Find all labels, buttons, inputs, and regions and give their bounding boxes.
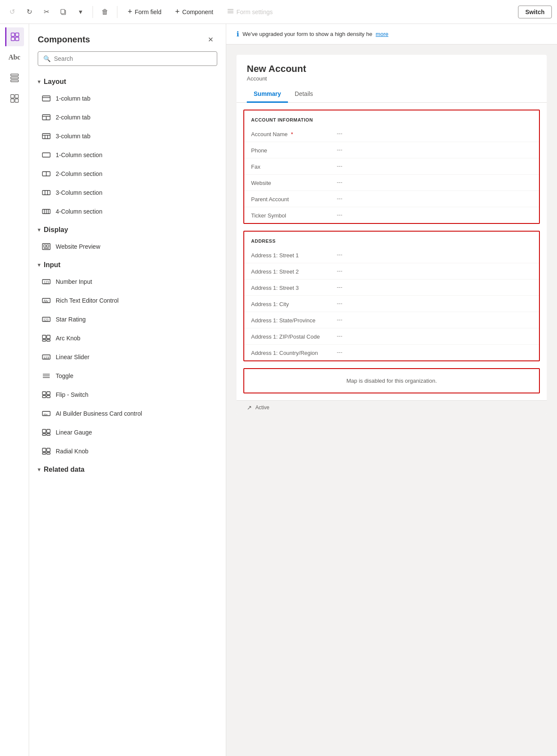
svg-text:Abc: Abc bbox=[43, 299, 49, 303]
component-rich-text-editor[interactable]: Abc Rich Text Editor Control bbox=[38, 291, 217, 310]
component-radial-knob[interactable]: Radial Knob bbox=[38, 442, 217, 461]
field-label-state-province: Address 1: State/Province bbox=[251, 316, 337, 324]
svg-rect-12 bbox=[11, 95, 14, 98]
account-info-title: ACCOUNT INFORMATION bbox=[244, 110, 539, 126]
form-card: New Account Account Summary Details ACCO… bbox=[237, 55, 547, 414]
field-value-website[interactable]: --- bbox=[337, 179, 532, 185]
field-value-country-region[interactable]: --- bbox=[337, 349, 532, 355]
svg-rect-47 bbox=[42, 339, 46, 341]
field-value-street3[interactable]: --- bbox=[337, 284, 532, 290]
map-message: Map is disabled for this organization. bbox=[244, 369, 539, 393]
field-state-province: Address 1: State/Province --- bbox=[244, 312, 539, 328]
toggle-label: Toggle bbox=[56, 372, 73, 379]
component-2col-tab[interactable]: 2-column tab bbox=[38, 108, 217, 127]
component-linear-gauge[interactable]: Linear Gauge bbox=[38, 423, 217, 442]
1col-section-icon bbox=[41, 150, 51, 160]
components-list: ▾ Layout 1-column tab bbox=[29, 73, 226, 756]
toolbar-divider-2 bbox=[117, 6, 117, 18]
component-star-rating[interactable]: 123 Star Rating bbox=[38, 310, 217, 329]
field-city: Address 1: City --- bbox=[244, 296, 539, 312]
content-area: ℹ We've upgraded your form to show a hig… bbox=[226, 24, 557, 756]
close-panel-button[interactable]: ✕ bbox=[204, 33, 217, 46]
layout-section-header[interactable]: ▾ Layout bbox=[38, 73, 217, 89]
map-section: Map is disabled for this organization. bbox=[243, 368, 540, 393]
tab-summary[interactable]: Summary bbox=[247, 87, 288, 103]
field-label-website: Website bbox=[251, 179, 337, 186]
search-input[interactable] bbox=[54, 55, 212, 62]
component-1col-tab[interactable]: 1-column tab bbox=[38, 89, 217, 108]
field-value-fax[interactable]: --- bbox=[337, 163, 532, 169]
field-value-phone[interactable]: --- bbox=[337, 146, 532, 153]
component-linear-slider[interactable]: 123 Linear Slider bbox=[38, 348, 217, 366]
field-value-street1[interactable]: --- bbox=[337, 251, 532, 258]
component-ai-builder[interactable]: Abc AI Builder Business Card control bbox=[38, 404, 217, 423]
input-section-header[interactable]: ▾ Input bbox=[38, 256, 217, 272]
svg-text:Abc: Abc bbox=[43, 413, 48, 416]
field-value-state-province[interactable]: --- bbox=[337, 316, 532, 323]
component-1col-section[interactable]: 1-Column section bbox=[38, 146, 217, 164]
website-preview-label: Website Preview bbox=[56, 243, 100, 250]
address-section: ADDRESS Address 1: Street 1 --- Address … bbox=[243, 231, 540, 361]
svg-rect-15 bbox=[15, 99, 18, 102]
form-title: New Account bbox=[247, 63, 536, 74]
component-toggle[interactable]: Toggle bbox=[38, 366, 217, 385]
arc-knob-icon bbox=[41, 333, 51, 343]
svg-rect-10 bbox=[11, 77, 18, 79]
star-rating-label: Star Rating bbox=[56, 316, 86, 323]
svg-rect-2 bbox=[228, 9, 234, 10]
address-title: ADDRESS bbox=[244, 232, 539, 247]
component-website-preview[interactable]: Website Preview bbox=[38, 237, 217, 256]
svg-rect-62 bbox=[42, 434, 46, 435]
copy-button[interactable] bbox=[57, 5, 70, 19]
1col-tab-label: 1-column tab bbox=[56, 95, 90, 102]
nav-tree-button[interactable] bbox=[5, 68, 24, 87]
field-value-account-name[interactable]: --- bbox=[337, 130, 532, 137]
field-value-ticker-symbol[interactable]: --- bbox=[337, 211, 532, 218]
toggle-icon bbox=[41, 371, 51, 381]
field-value-city[interactable]: --- bbox=[337, 300, 532, 307]
field-label-street1: Address 1: Street 1 bbox=[251, 251, 337, 259]
svg-rect-54 bbox=[42, 392, 46, 395]
field-value-street2[interactable]: --- bbox=[337, 268, 532, 274]
info-link[interactable]: more bbox=[376, 31, 389, 37]
display-chevron-icon: ▾ bbox=[38, 227, 40, 233]
1col-section-label: 1-Column section bbox=[56, 152, 102, 158]
svg-rect-61 bbox=[47, 429, 50, 433]
component-3col-section[interactable]: 3-Column section bbox=[38, 183, 217, 202]
component-number-input[interactable]: 123 Number Input bbox=[38, 272, 217, 291]
svg-rect-36 bbox=[44, 245, 46, 247]
form-area: New Account Account Summary Details ACCO… bbox=[226, 45, 557, 756]
form-settings-button[interactable]: Form settings bbox=[222, 5, 278, 18]
cut-button[interactable]: ✂ bbox=[39, 5, 53, 19]
component-3col-tab[interactable]: 3-column tab bbox=[38, 127, 217, 146]
component-arc-knob[interactable]: Arc Knob bbox=[38, 329, 217, 348]
tab-details[interactable]: Details bbox=[288, 87, 320, 103]
component-2col-section[interactable]: 2-Column section bbox=[38, 164, 217, 183]
component-button[interactable]: + Component bbox=[170, 5, 219, 19]
2col-section-icon bbox=[41, 169, 51, 179]
svg-rect-66 bbox=[42, 452, 46, 454]
display-section-header[interactable]: ▾ Display bbox=[38, 221, 217, 237]
field-value-zip-code[interactable]: --- bbox=[337, 333, 532, 339]
linear-gauge-icon bbox=[41, 427, 51, 438]
more-button[interactable]: ▾ bbox=[74, 5, 87, 19]
redo-button[interactable]: ↻ bbox=[22, 5, 36, 19]
nav-fields-button[interactable]: Abc bbox=[5, 48, 24, 67]
3col-tab-icon bbox=[41, 131, 51, 141]
form-field-button[interactable]: + Form field bbox=[123, 5, 167, 19]
related-data-section-header[interactable]: ▾ Related data bbox=[38, 461, 217, 477]
main-container: Abc Components ✕ 🔍 bbox=[0, 24, 557, 756]
field-value-parent-account[interactable]: --- bbox=[337, 195, 532, 202]
arc-knob-label: Arc Knob bbox=[56, 335, 81, 342]
component-4col-section[interactable]: 4-Column section bbox=[38, 202, 217, 221]
switch-button[interactable]: Switch bbox=[518, 6, 552, 18]
info-message: We've upgraded your form to show a high … bbox=[243, 31, 372, 37]
delete-button[interactable]: 🗑 bbox=[98, 5, 112, 19]
nav-components-button[interactable] bbox=[5, 27, 24, 46]
svg-rect-48 bbox=[47, 339, 50, 341]
component-flip-switch[interactable]: Flip - Switch bbox=[38, 385, 217, 404]
nav-properties-button[interactable] bbox=[5, 89, 24, 108]
external-link-icon[interactable]: ↗ bbox=[247, 404, 252, 411]
field-label-parent-account: Parent Account bbox=[251, 195, 337, 202]
undo-button[interactable]: ↺ bbox=[5, 5, 19, 19]
